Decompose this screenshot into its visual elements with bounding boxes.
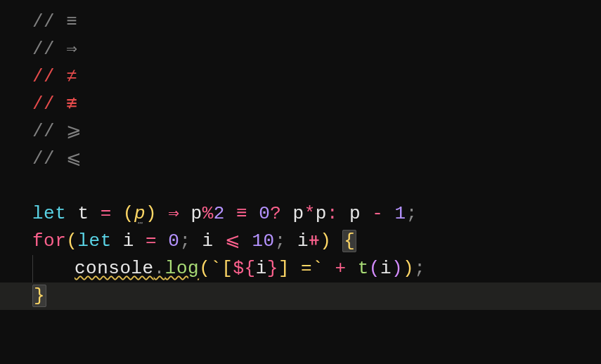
- variable-i: i: [297, 230, 309, 252]
- dot: .: [154, 258, 165, 279]
- comment-line-4: // ≢: [32, 91, 601, 118]
- brace-open-matched: {: [342, 230, 356, 252]
- variable-i: i: [256, 258, 267, 279]
- ligature-arrow: ⇒: [66, 39, 77, 60]
- comment-line-3: // ≠: [32, 63, 601, 91]
- comment-slashes: //: [32, 121, 55, 142]
- paren-close: ): [392, 258, 403, 279]
- paren-close: ): [146, 203, 157, 224]
- paren-open: (: [369, 258, 380, 279]
- comment-line-1: // ≡: [32, 8, 601, 36]
- param-p: p: [134, 203, 146, 224]
- paren-close: ): [403, 258, 414, 279]
- mod-op: %: [202, 203, 214, 224]
- blank-line: [32, 173, 601, 200]
- lte-op: ⩽: [225, 230, 241, 252]
- assign-op: =: [146, 230, 157, 252]
- ternary-q: ?: [270, 203, 281, 224]
- star-op: *: [304, 203, 316, 224]
- assign-op: =: [101, 203, 112, 224]
- number-2: 2: [214, 203, 225, 224]
- current-line-highlight: [0, 282, 601, 310]
- console-log-line[interactable]: console.log(`[${i}] =` + t(i));: [32, 255, 601, 282]
- plus-op: +: [335, 258, 346, 279]
- number-10: 10: [252, 230, 274, 252]
- ligature-nidentity: ≢: [66, 93, 77, 115]
- comment-line-6: // ⩽: [32, 145, 601, 173]
- variable-t: t: [77, 203, 89, 224]
- brace-close-matched: }: [32, 285, 46, 307]
- identity-op: ≡: [236, 203, 247, 224]
- paren-close: ): [320, 230, 331, 252]
- var-p: p: [293, 203, 304, 224]
- comment-slashes: //: [32, 93, 55, 115]
- number-0: 0: [168, 230, 179, 252]
- number-1: 1: [395, 203, 406, 224]
- comment-slashes: //: [32, 148, 55, 169]
- template-backtick: `: [210, 258, 221, 279]
- closing-brace-line[interactable]: }: [32, 282, 601, 310]
- let-declaration-line[interactable]: let t = (p) ⇒ p%2 ≡ 0? p*p: p - 1;: [32, 200, 601, 228]
- template-bracket: ]: [278, 258, 290, 279]
- template-backtick: `: [312, 258, 323, 279]
- comment-slashes: //: [32, 11, 55, 32]
- log-method: log: [165, 258, 199, 279]
- variable-i: i: [380, 258, 392, 279]
- let-keyword: let: [32, 203, 66, 224]
- paren-open: (: [66, 230, 77, 252]
- number-0: 0: [259, 203, 270, 224]
- semicolon: ;: [179, 230, 190, 252]
- ligature-lte: ⩽: [66, 148, 82, 169]
- let-keyword: let: [77, 230, 111, 252]
- semicolon: ;: [414, 258, 425, 279]
- template-bracket: [: [221, 258, 233, 279]
- ligature-identity: ≡: [66, 11, 77, 32]
- var-p: p: [191, 203, 202, 224]
- var-p: p: [349, 203, 361, 224]
- comment-line-5: // ⩾: [32, 118, 601, 145]
- comment-slashes: //: [32, 66, 55, 87]
- indent-guide: [32, 255, 75, 282]
- console-object: console: [75, 258, 154, 279]
- function-call-t: t: [358, 258, 369, 279]
- variable-i: i: [202, 230, 214, 252]
- ternary-colon: :: [327, 203, 338, 224]
- increment-op: ⧺: [309, 230, 320, 252]
- template-text: =: [290, 258, 312, 279]
- semicolon: ;: [406, 203, 418, 224]
- for-keyword: for: [32, 230, 66, 252]
- paren-open: (: [123, 203, 134, 224]
- semicolon: ;: [275, 230, 286, 252]
- ligature-neq: ≠: [66, 66, 77, 87]
- ligature-gte: ⩾: [66, 121, 82, 142]
- comment-slashes: //: [32, 39, 55, 60]
- paren-open: (: [199, 258, 210, 279]
- template-expr-open: ${: [233, 258, 255, 279]
- template-expr-close: }: [267, 258, 278, 279]
- comment-line-2: // ⇒: [32, 36, 601, 63]
- var-p: p: [316, 203, 327, 224]
- arrow-op: ⇒: [168, 203, 179, 224]
- for-loop-line[interactable]: for(let i = 0; i ⩽ 10; i⧺) {: [32, 228, 601, 255]
- variable-i: i: [123, 230, 134, 252]
- minus-op: -: [372, 203, 383, 224]
